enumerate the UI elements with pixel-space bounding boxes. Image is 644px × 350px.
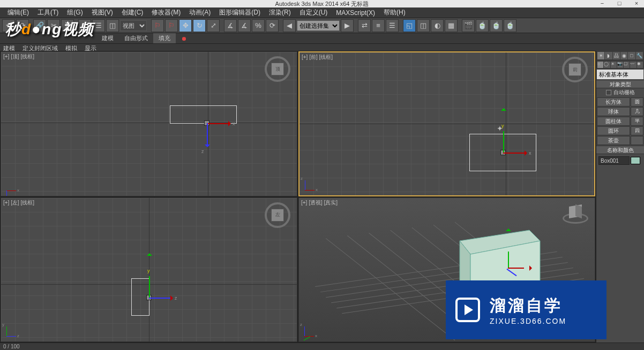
select-region-button[interactable]: ◫ [106, 19, 119, 32]
menu-bar: 编辑(E) 工具(T) 组(G) 视图(V) 创建(C) 修改器(M) 动画(A… [0, 7, 644, 18]
object-color-swatch[interactable] [631, 157, 640, 164]
cylinder-button[interactable]: 圆柱体 [597, 117, 630, 126]
ribbon-tab-freeform[interactable]: 自由形式 [119, 33, 153, 43]
move-button[interactable]: ✥ [179, 19, 192, 32]
box-button[interactable]: 长方体 [597, 97, 630, 106]
layers-button[interactable]: ☰ [386, 19, 399, 32]
rollout-name-color[interactable]: 名称和颜色 [596, 146, 644, 154]
render-frame-button[interactable]: 🎬 [462, 19, 475, 32]
maximize-button[interactable]: □ [614, 0, 625, 6]
ribbon-rec-icon[interactable]: ⏺ [176, 34, 192, 43]
render2-button[interactable]: 🍵 [490, 19, 503, 32]
shapes-icon[interactable]: ◯ [604, 62, 610, 68]
snap-spinner-button[interactable]: ⟳ [266, 19, 279, 32]
menu-customize[interactable]: 自定义(U) [295, 7, 332, 18]
space-warps-icon[interactable]: 〰 [630, 62, 636, 68]
menu-create[interactable]: 创建(C) [117, 7, 148, 18]
title-bar: Autodesk 3ds Max 2014 x64 无标题 − □ × [0, 0, 644, 7]
object-name-input[interactable] [598, 156, 630, 165]
snap-angle2-button[interactable]: ∡ [238, 19, 251, 32]
rotate-button[interactable]: ↻ [193, 19, 206, 32]
rollout-object-type[interactable]: 对象类型 [596, 80, 644, 88]
minimize-button[interactable]: − [597, 0, 608, 6]
geometry-icon[interactable]: ○ [597, 62, 603, 68]
app-title: Autodesk 3ds Max 2014 x64 无标题 [275, 0, 369, 8]
viewport-label[interactable]: [+] [透视] [真实] [301, 199, 338, 207]
named-sel-prev[interactable]: ◀ [283, 19, 296, 32]
viewcube[interactable]: 前 [562, 57, 588, 82]
display-tab-icon[interactable]: □ [628, 52, 635, 59]
menu-help[interactable]: 帮助(H) [379, 7, 410, 18]
close-button[interactable]: × [631, 0, 642, 6]
sphere-button[interactable]: 球体 [597, 107, 630, 116]
menu-render[interactable]: 渲染(R) [265, 7, 295, 18]
create-tab-icon[interactable]: ✶ [597, 52, 604, 59]
viewport-front[interactable]: [+] [前] [线框] 前 x y ✦ x z [298, 51, 595, 196]
material-button[interactable]: ◐ [431, 19, 444, 32]
menu-group[interactable]: 组(G) [63, 7, 87, 18]
hierarchy-tab-icon[interactable]: 品 [613, 52, 620, 59]
autogrid-checkbox[interactable] [606, 90, 611, 95]
motion-tab-icon[interactable]: ◉ [620, 52, 627, 59]
viewport-label[interactable]: [+] [顶] [线框] [3, 53, 34, 60]
bookmark2-button[interactable]: ⚐ [165, 19, 178, 32]
schematic-button[interactable]: ◫ [417, 19, 430, 32]
status-bar: 0 / 100 [0, 343, 644, 350]
scale-button[interactable]: ⤢ [207, 19, 220, 32]
play-icon [455, 298, 480, 322]
ribbon-tab-fill[interactable]: 填充 [153, 33, 176, 43]
menu-modifiers[interactable]: 修改器(M) [147, 7, 185, 18]
cone-button[interactable]: 圆 [631, 97, 643, 106]
bookmark-button[interactable]: ⚐ [151, 19, 164, 32]
ribbon-tab-model[interactable]: 建模 [96, 33, 119, 43]
menu-edit[interactable]: 编辑(E) [3, 7, 33, 18]
snap-angle-button[interactable]: ∡ [224, 19, 237, 32]
zixue-title: 溜溜自学 [490, 295, 566, 317]
frame-counter: 0 / 100 [3, 344, 20, 349]
autogrid-row: 自动栅格 [596, 88, 644, 97]
category-dropdown[interactable]: 标准基本体 [597, 70, 643, 79]
watermark-logo: 秒d●ng视频 [5, 19, 94, 40]
systems-icon[interactable]: ✱ [637, 62, 643, 68]
render-setup-button[interactable]: ▦ [445, 19, 458, 32]
primitive-buttons: 长方体 圆 球体 几 圆柱体 平 圆环 四 茶壶 [596, 97, 644, 146]
viewcube[interactable]: 左 [265, 202, 290, 228]
mirror-button[interactable]: ⇄ [358, 19, 371, 32]
name-color-row [596, 154, 644, 167]
teapot-button[interactable]: 茶壶 [597, 136, 630, 145]
viewport-label[interactable]: [+] [前] [线框] [302, 54, 333, 61]
plane-button[interactable] [631, 136, 643, 145]
curve-editor-button[interactable]: ◱ [403, 19, 416, 32]
menu-animation[interactable]: 动画(A) [185, 7, 215, 18]
helpers-icon[interactable]: ☐ [624, 62, 630, 68]
main-toolbar: ↶ ↷ 🔗 ✂ ⛓ ▭ ☰ ◫ 视图 ⚐ ⚐ ✥ ↻ ⤢ ∡ ∡ % ⟳ ◀ 创… [0, 18, 644, 33]
window-controls: − □ × [597, 0, 642, 6]
menu-view[interactable]: 视图(V) [87, 7, 117, 18]
render-button[interactable]: 🍵 [476, 19, 489, 32]
utilities-tab-icon[interactable]: 🔧 [636, 52, 643, 59]
autogrid-label: 自动栅格 [613, 89, 635, 96]
viewport-left[interactable]: [+] [左] [线框] 左 z y z y [1, 197, 297, 343]
menu-graph-editor[interactable]: 图形编辑器(D) [215, 7, 265, 18]
cameras-icon[interactable]: 📷 [617, 62, 623, 68]
menu-tools[interactable]: 工具(T) [33, 7, 63, 18]
menu-maxscript[interactable]: MAXScript(X) [332, 8, 379, 18]
pyramid-button[interactable]: 四 [631, 126, 643, 135]
zixue-url: ZIXUE.3D66.COM [490, 317, 566, 325]
align-button[interactable]: ≡ [372, 19, 385, 32]
tube-button[interactable]: 平 [631, 117, 643, 126]
named-sel-next[interactable]: ▶ [341, 19, 354, 32]
viewport-label[interactable]: [+] [左] [线框] [3, 199, 34, 207]
viewcube[interactable] [563, 202, 588, 228]
geosphere-button[interactable]: 几 [631, 107, 643, 116]
viewport-top[interactable]: [+] [顶] [线框] 顶 x z x z [1, 51, 297, 196]
viewcube[interactable]: 顶 [265, 56, 290, 82]
snap-percent-button[interactable]: % [252, 19, 265, 32]
view-filter-dropdown[interactable]: 视图 [120, 20, 147, 31]
modify-tab-icon[interactable]: ◗ [605, 52, 612, 59]
box-wireframe[interactable] [170, 105, 237, 124]
lights-icon[interactable]: ☀ [611, 62, 617, 68]
render3-button[interactable]: 🍵 [504, 19, 516, 32]
torus-button[interactable]: 圆环 [597, 126, 630, 135]
named-selection-dropdown[interactable]: 创建选择集 [297, 20, 340, 31]
